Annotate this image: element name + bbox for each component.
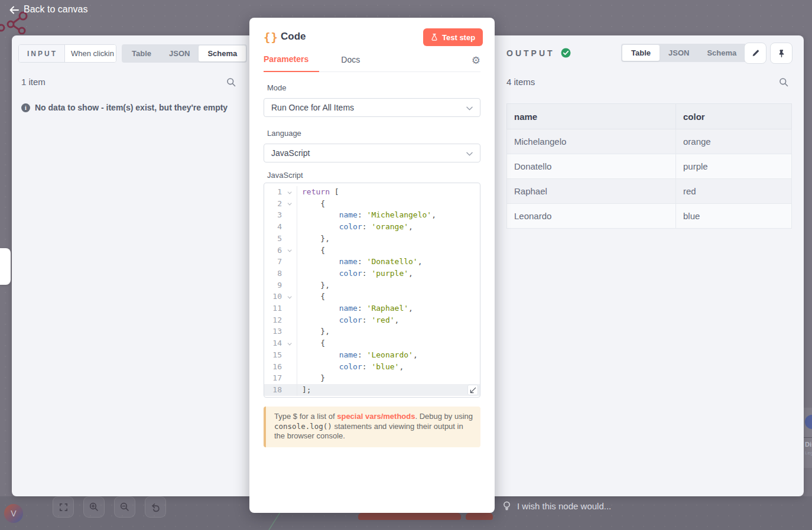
- node-feedback-link[interactable]: I wish this node would...: [502, 501, 611, 511]
- fold-chevron-icon: [282, 303, 296, 314]
- code-line-content: {: [297, 337, 325, 349]
- modal-tab-docs[interactable]: Docs: [341, 54, 360, 71]
- output-panel-header: OUTPUT: [506, 48, 571, 58]
- language-select[interactable]: JavaScript: [264, 144, 480, 162]
- code-line-content: name: 'Michelangelo',: [297, 209, 436, 221]
- fit-view-icon: [59, 502, 69, 512]
- table-cell: Leonardo: [507, 204, 676, 229]
- table-cell: purple: [676, 154, 792, 179]
- tab-json[interactable]: JSON: [160, 45, 199, 61]
- node-subtitle: Lega: [805, 450, 812, 456]
- code-line[interactable]: 13 },: [264, 326, 480, 337]
- output-panel-title: OUTPUT: [506, 48, 555, 58]
- code-line[interactable]: 14 {: [264, 337, 480, 349]
- fold-chevron-icon: [282, 361, 296, 373]
- code-line[interactable]: 8 color: 'purple',: [264, 268, 480, 279]
- input-items-count: 1 item: [21, 77, 46, 87]
- code-line[interactable]: 10 {: [264, 291, 480, 303]
- line-number: 4: [264, 221, 282, 233]
- test-step-button[interactable]: Test step: [423, 28, 483, 46]
- input-source-select[interactable]: INPUT When clickin: [18, 44, 116, 63]
- fold-chevron-icon[interactable]: [282, 337, 296, 349]
- code-line[interactable]: 5 },: [264, 233, 480, 245]
- line-number: 13: [264, 326, 282, 337]
- output-table-header-row: namecolor: [507, 104, 792, 129]
- pin-data-button[interactable]: [770, 43, 792, 64]
- fold-chevron-icon: [282, 372, 296, 384]
- modal-tab-parameters[interactable]: Parameters: [264, 54, 319, 72]
- code-editor-lines: 1return [2 {3 name: 'Michelangelo',4 col…: [264, 186, 480, 396]
- code-line[interactable]: 15 name: 'Leonardo',: [264, 349, 480, 361]
- line-number: 2: [264, 198, 282, 210]
- code-line[interactable]: 4 color: 'orange',: [264, 221, 480, 233]
- table-row[interactable]: Raphaelred: [507, 179, 792, 204]
- code-line-content: color: 'orange',: [297, 221, 413, 233]
- tab-json[interactable]: JSON: [660, 45, 698, 61]
- fit-view-button[interactable]: [53, 496, 74, 518]
- fold-chevron-icon[interactable]: [282, 245, 296, 256]
- code-line[interactable]: 9 },: [264, 279, 480, 291]
- table-row[interactable]: Leonardoblue: [507, 204, 792, 229]
- pin-icon: [777, 48, 786, 58]
- code-editor[interactable]: 1return [2 {3 name: 'Michelangelo',4 col…: [264, 183, 480, 398]
- fold-chevron-icon: [282, 326, 296, 337]
- undo-icon: [150, 502, 161, 512]
- input-source-node[interactable]: When clickin: [65, 45, 116, 62]
- input-empty-message: No data to show - item(s) exist, but the…: [35, 103, 228, 112]
- search-icon[interactable]: [779, 77, 788, 87]
- fold-chevron-icon[interactable]: [282, 198, 296, 210]
- dimmed-canvas-button: [358, 513, 461, 520]
- code-line[interactable]: 7 name: 'Donatello',: [264, 256, 480, 268]
- avatar[interactable]: V: [4, 504, 23, 523]
- code-line-content: },: [297, 326, 330, 337]
- line-number: 6: [264, 245, 282, 256]
- table-cell: blue: [676, 204, 792, 229]
- code-line[interactable]: 16 color: 'blue',: [264, 361, 480, 373]
- code-line[interactable]: 2 {: [264, 198, 480, 210]
- line-number: 8: [264, 268, 282, 279]
- code-line[interactable]: 3 name: 'Michelangelo',: [264, 209, 480, 221]
- tab-schema[interactable]: Schema: [199, 45, 246, 61]
- editor-resize-icon[interactable]: [467, 385, 478, 395]
- flask-icon: [431, 33, 438, 41]
- modal-tabs: ParametersDocs ⚙: [264, 54, 480, 72]
- panel-drag-handle[interactable]: [0, 248, 11, 285]
- chevron-down-icon: [466, 106, 473, 110]
- line-number: 9: [264, 279, 282, 291]
- special-vars-link[interactable]: special vars/methods: [337, 412, 415, 421]
- chevron-down-icon: [466, 152, 473, 156]
- code-line[interactable]: 17 }: [264, 372, 480, 384]
- table-row[interactable]: Donatellopurple: [507, 154, 792, 179]
- code-line-content: },: [297, 233, 330, 245]
- fold-chevron-icon: [282, 256, 296, 268]
- zoom-in-button[interactable]: [83, 496, 105, 518]
- node-settings-gear-icon[interactable]: ⚙: [472, 56, 480, 66]
- fold-chevron-icon: [282, 314, 296, 326]
- fold-chevron-icon: [282, 233, 296, 245]
- back-to-canvas-button[interactable]: [7, 5, 21, 17]
- fold-chevron-icon[interactable]: [282, 186, 296, 198]
- line-number: 16: [264, 361, 282, 373]
- edit-output-button[interactable]: [744, 43, 766, 64]
- code-line[interactable]: 1return [: [264, 186, 480, 198]
- back-to-canvas-label[interactable]: Back to canvas: [24, 4, 88, 15]
- column-header-name: name: [507, 104, 676, 129]
- code-line[interactable]: 6 {: [264, 245, 480, 256]
- code-line[interactable]: 11 name: 'Raphael',: [264, 303, 480, 314]
- reset-zoom-button[interactable]: [145, 496, 166, 518]
- output-table: namecolor MichelangeloorangeDonatellopur…: [506, 103, 792, 229]
- tab-schema[interactable]: Schema: [698, 45, 745, 61]
- table-row[interactable]: Michelangeloorange: [507, 129, 792, 154]
- tab-table[interactable]: Table: [123, 45, 160, 61]
- line-number: 7: [264, 256, 282, 268]
- search-icon[interactable]: [226, 77, 236, 87]
- zoom-out-button[interactable]: [114, 496, 135, 518]
- mode-select[interactable]: Run Once for All Items: [264, 98, 480, 117]
- tab-table[interactable]: Table: [622, 45, 660, 61]
- node-icon: [805, 415, 812, 429]
- code-line[interactable]: 12 color: 'red',: [264, 314, 480, 326]
- code-line[interactable]: 18];: [264, 384, 480, 396]
- fold-chevron-icon[interactable]: [282, 291, 296, 303]
- partial-canvas-node: Dis Lega: [804, 408, 812, 468]
- node-title: Code: [281, 31, 306, 43]
